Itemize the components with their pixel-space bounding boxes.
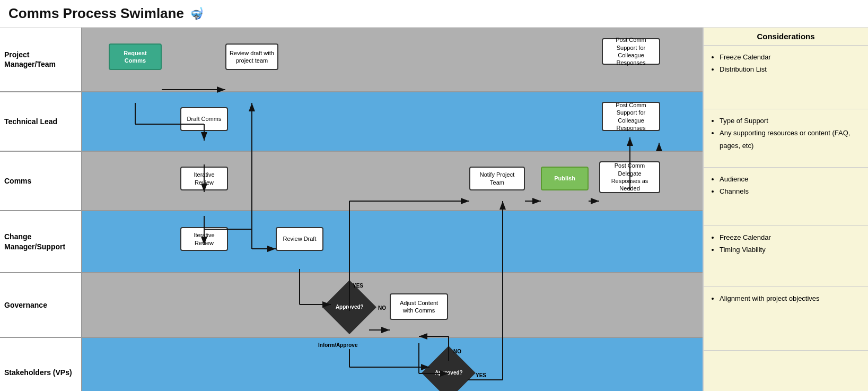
considerations-row-gov: Alignment with project objectives (704, 287, 868, 351)
node-notify-project-team: Notify Project Team (469, 167, 525, 190)
lane-label-comms: Comms (0, 152, 82, 210)
consideration-cm-1: Freeze Calendar (720, 231, 861, 244)
label-yes-stakeholders: YES (476, 372, 486, 378)
consideration-comms-2: Channels (720, 185, 861, 197)
node-iterative-review-cm: Iterative Review (180, 227, 228, 251)
node-post-comm-tl: Post Comm Support for Colleague Response… (602, 102, 660, 131)
considerations-row-stakeholders (704, 351, 868, 391)
node-review-draft: Review Draft (276, 227, 323, 251)
lane-label-project-manager: Project Manager/Team (0, 28, 82, 91)
page-title: Comms Process Swimlane (8, 5, 184, 22)
lane-label-technical-lead: Technical Lead (0, 92, 82, 151)
consideration-pm-2: Distribution List (720, 63, 861, 75)
lane-body-governance: Approved? YES NO Adjust Content with Com… (82, 273, 703, 337)
consideration-tl-1: Type of Support (720, 115, 861, 127)
label-no-governance: NO (378, 305, 386, 311)
lane-project-manager: Project Manager/Team Request Comms Revie… (0, 28, 703, 92)
node-post-comm-pm: Post Comm Support for Colleague Response… (602, 38, 660, 65)
node-adjust-content: Adjust Content with Comms (390, 293, 448, 320)
considerations-panel: Considerations Freeze Calendar Distribut… (704, 28, 868, 391)
lane-body-project-manager: Request Comms Review draft with project … (82, 28, 703, 91)
lane-change-manager: Change Manager/Support Iterative Review … (0, 211, 703, 273)
consideration-gov-1: Alignment with project objectives (720, 292, 861, 305)
lane-governance: Governance Approved? YES NO Adjust Conte… (0, 273, 703, 338)
snorkel-icon: 🤿 (189, 7, 204, 21)
page: Comms Process Swimlane 🤿 Project Manager… (0, 0, 868, 391)
lane-body-comms: Iterative Review Notify Project Team Pub… (82, 152, 703, 210)
label-no-stakeholders: NO (453, 349, 461, 354)
node-review-draft-pm: Review draft with project team (225, 44, 278, 70)
lane-body-technical-lead: Draft Comms Post Comm Support for Collea… (82, 92, 703, 151)
node-approved-stakeholders: Approved? (422, 346, 476, 391)
swimlane-area: Project Manager/Team Request Comms Revie… (0, 28, 704, 391)
considerations-row-tl: Type of Support Any supporting resources… (704, 109, 868, 168)
lane-comms: Comms Iterative Review Notify Project Te… (0, 152, 703, 211)
considerations-row-comms: Audience Channels (704, 168, 868, 226)
consideration-tl-2: Any supporting resources or content (FAQ… (720, 127, 861, 152)
lane-body-change-manager: Iterative Review Review Draft (82, 211, 703, 272)
considerations-row-cm: Freeze Calendar Timing Viability (704, 226, 868, 287)
node-post-comm-delegate: Post Comm Delegate Responses as Needed (599, 161, 660, 193)
node-request-comms: Request Comms (109, 44, 162, 70)
lane-technical-lead: Technical Lead Draft Comms Post Comm Sup… (0, 92, 703, 152)
label-inform-approve: Inform/Approve (318, 342, 357, 348)
lane-label-change-manager: Change Manager/Support (0, 211, 82, 272)
considerations-header: Considerations (704, 28, 868, 46)
title-bar: Comms Process Swimlane 🤿 (0, 0, 868, 28)
lane-body-stakeholders: Inform/Approve Approved? NO YES (82, 338, 703, 391)
label-yes-governance: YES (353, 283, 363, 289)
consideration-comms-1: Audience (720, 173, 861, 185)
lane-label-stakeholders: Stakeholders (VPs) (0, 338, 82, 391)
considerations-row-pm: Freeze Calendar Distribution List (704, 46, 868, 109)
node-approved-governance: Approved? (322, 280, 376, 334)
main-content: Project Manager/Team Request Comms Revie… (0, 28, 868, 391)
lane-stakeholders: Stakeholders (VPs) Inform/Approve Approv… (0, 338, 703, 391)
node-iterative-review-comms: Iterative Review (180, 167, 228, 190)
node-draft-comms: Draft Comms (180, 107, 228, 131)
lane-label-governance: Governance (0, 273, 82, 337)
consideration-pm-1: Freeze Calendar (720, 51, 861, 63)
consideration-cm-2: Timing Viability (720, 244, 861, 256)
node-publish: Publish (541, 167, 589, 190)
